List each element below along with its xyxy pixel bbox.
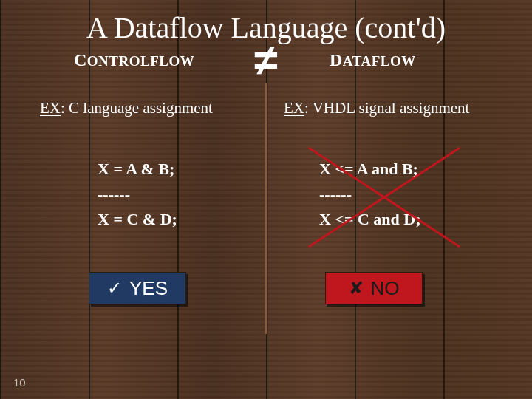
code-line: X = C & D;	[98, 207, 177, 232]
heading-dataflow: DATAFLOW	[330, 50, 416, 70]
check-icon: ✓	[107, 278, 122, 299]
ex-rest: : VHDL signal assignment	[304, 99, 469, 117]
code-line: X <= C and D;	[319, 207, 421, 232]
badge-yes: ✓ YES	[89, 272, 186, 304]
example-label-right: EX: VHDL signal assignment	[284, 99, 469, 117]
code-line: X <= A and B;	[319, 157, 421, 182]
heading-rest: ATAFLOW	[343, 53, 416, 69]
code-block-left: X = A & B; ------ X = C & D;	[98, 157, 177, 232]
ex-prefix: EX	[40, 99, 61, 117]
heading-rest: ONTROLFLOW	[87, 53, 194, 69]
not-equal-icon: ≠	[254, 38, 278, 81]
heading-controlflow: CONTROLFLOW	[74, 50, 194, 70]
ex-prefix: EX	[284, 99, 304, 117]
x-icon: ✘	[349, 278, 364, 299]
badge-no: ✘ NO	[325, 272, 423, 304]
code-line: ------	[98, 182, 177, 207]
vertical-divider	[265, 83, 267, 334]
heading-cap: C	[74, 50, 87, 69]
ex-rest: : C language assignment	[61, 99, 213, 117]
code-line: ------	[319, 182, 421, 207]
code-block-right: X <= A and B; ------ X <= C and D;	[319, 157, 421, 232]
code-line: X = A & B;	[98, 157, 177, 182]
slide: A Dataflow Language (cont'd) ≠ CONTROLFL…	[0, 0, 532, 399]
badge-text: NO	[371, 277, 400, 300]
badge-text: YES	[129, 277, 168, 300]
example-label-left: EX: C language assignment	[40, 99, 213, 117]
heading-cap: D	[330, 50, 343, 69]
page-number: 10	[13, 376, 26, 389]
